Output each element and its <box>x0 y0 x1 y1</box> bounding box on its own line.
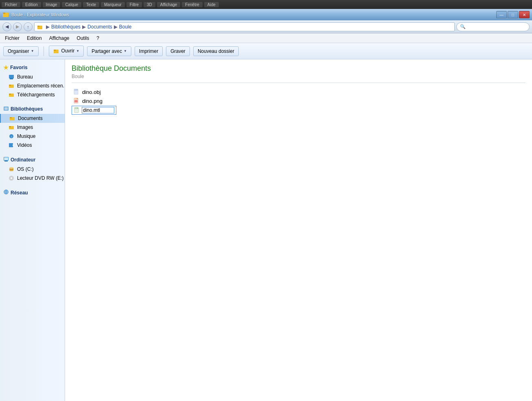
favoris-label: Favoris <box>10 65 28 70</box>
organiser-button[interactable]: Organiser ▼ <box>3 46 39 56</box>
file-item-dino-obj[interactable]: dino.obj <box>72 88 102 96</box>
breadcrumb: ▶ Bibliothèques ▶ Documents ▶ Boule <box>34 22 455 31</box>
reseau-label: Réseau <box>11 190 28 196</box>
png-file-icon <box>73 98 80 104</box>
sidebar-musique[interactable]: ♪ Musique <box>0 132 65 141</box>
back-button[interactable]: ◀ <box>2 22 11 31</box>
menu-affichage[interactable]: Affichage <box>46 35 73 42</box>
content-subtitle: Boule <box>72 74 525 83</box>
taskbar-app-filtre[interactable]: Filtre <box>126 2 142 7</box>
organiser-arrow: ▼ <box>31 49 34 53</box>
breadcrumb-sep-2: ▶ <box>82 24 86 30</box>
svg-rect-6 <box>9 75 14 78</box>
menu-aide[interactable]: ? <box>93 35 102 42</box>
svg-rect-17 <box>9 126 11 127</box>
graver-label: Graver <box>170 48 185 54</box>
svg-rect-38 <box>74 98 77 100</box>
partager-button[interactable]: Partager avec ▼ <box>87 46 131 56</box>
reseau-header[interactable]: Réseau <box>0 187 65 198</box>
musique-icon: ♪ <box>8 133 15 139</box>
taskbar-app-image[interactable]: Image <box>43 2 61 7</box>
window-controls: — □ ✕ <box>496 11 530 18</box>
ouvrir-label: Ouvrir <box>61 48 75 54</box>
svg-rect-15 <box>10 117 12 118</box>
taskbar-app-calque[interactable]: Calque <box>62 2 81 7</box>
svg-rect-42 <box>74 107 77 109</box>
file-item-dino-png[interactable]: dino.png <box>72 97 104 105</box>
partager-label: Partager avec <box>92 48 122 54</box>
taskbar-app-marqueur[interactable]: Marqueur <box>101 2 125 7</box>
ouvrir-arrow: ▼ <box>76 49 79 53</box>
svg-rect-11 <box>9 94 11 95</box>
images-icon <box>8 124 15 131</box>
sidebar-videos[interactable]: Vidéos <box>0 141 65 150</box>
svg-rect-24 <box>4 157 8 160</box>
reseau-section: Réseau <box>0 187 65 198</box>
up-button[interactable]: ↑ <box>24 22 33 31</box>
file-rename-input[interactable] <box>82 107 114 113</box>
minimize-button[interactable]: — <box>496 11 507 18</box>
graver-button[interactable]: Graver <box>166 46 190 56</box>
ordinateur-label: Ordinateur <box>11 157 35 163</box>
taskbar-app-texte[interactable]: Texte <box>83 2 99 7</box>
addressbar: ◀ ▶ ↑ ▶ Bibliothèques ▶ Documents ▶ Boul… <box>0 20 532 33</box>
lecteur-dvd-label: Lecteur DVD RW (E:) <box>17 175 63 181</box>
ordinateur-header[interactable]: Ordinateur <box>0 155 65 165</box>
svg-rect-23 <box>4 161 8 161</box>
forward-button[interactable]: ▶ <box>13 22 22 31</box>
file-item-dino-mtl[interactable] <box>72 106 116 115</box>
nouveau-dossier-button[interactable]: Nouveau dossier <box>193 46 239 56</box>
app-icon <box>2 11 9 18</box>
app-titlebar: Boule - Explorateur Windows — □ ✕ <box>0 9 532 20</box>
emplacements-icon <box>8 83 15 89</box>
breadcrumb-bibliotheques[interactable]: Bibliothèques <box>51 24 81 30</box>
bibliotheques-header[interactable]: Bibliothèques <box>0 104 65 114</box>
favoris-header[interactable]: ★ Favoris <box>0 63 65 72</box>
bureau-icon <box>8 74 15 80</box>
svg-point-27 <box>9 167 13 169</box>
svg-rect-35 <box>74 89 77 91</box>
taskbar-app-3d[interactable]: 3D <box>144 2 155 7</box>
maximize-button[interactable]: □ <box>508 11 518 18</box>
content-title: Bibliothèque Documents <box>72 64 525 73</box>
taskbar-app-aide[interactable]: Aide <box>204 2 219 7</box>
breadcrumb-documents[interactable]: Documents <box>87 24 112 30</box>
nouveau-dossier-label: Nouveau dossier <box>198 48 234 54</box>
taskbar-app-affichage[interactable]: Affichage <box>157 2 181 7</box>
sidebar-emplacements-recents[interactable]: Emplacements récen... <box>0 81 65 90</box>
svg-rect-9 <box>9 85 11 86</box>
sidebar-bureau[interactable]: Bureau <box>0 72 65 81</box>
file-name-dino-obj: dino.obj <box>82 89 101 95</box>
imprimer-button[interactable]: Imprimer <box>135 46 163 56</box>
reseau-icon <box>3 189 9 196</box>
organiser-label: Organiser <box>8 48 29 54</box>
sidebar-lecteur-dvd[interactable]: Lecteur DVD RW (E:) <box>0 174 65 183</box>
svg-rect-1 <box>3 13 5 14</box>
menu-fichier[interactable]: Fichier <box>2 35 23 42</box>
menu-outils[interactable]: Outils <box>74 35 93 42</box>
taskbar-app-edition[interactable]: Edition <box>22 2 41 7</box>
toolbar-sep-1 <box>44 46 44 56</box>
menu-edition[interactable]: Edition <box>24 35 45 42</box>
videos-label: Vidéos <box>17 142 32 148</box>
telechargements-label: Téléchargements <box>17 92 55 98</box>
taskbar-app-fenetre[interactable]: Fenêtre <box>182 2 202 7</box>
close-button[interactable]: ✕ <box>519 11 530 18</box>
bibliotheques-icon <box>3 106 9 112</box>
sidebar-images[interactable]: Images <box>0 123 65 132</box>
videos-icon <box>8 142 15 148</box>
sidebar-os-c[interactable]: OS (C:) <box>0 165 65 174</box>
file-list: dino.obj dino.png <box>72 88 525 115</box>
sidebar-telechargements[interactable]: Téléchargements <box>0 90 65 99</box>
search-bar[interactable]: 🔍 <box>456 22 530 31</box>
ouvrir-button[interactable]: Ouvrir ▼ <box>49 46 84 57</box>
sidebar-documents[interactable]: Documents <box>0 114 65 123</box>
top-taskbar: Fichier Edition Image Calque Texte Marqu… <box>0 0 532 9</box>
mtl-file-icon <box>74 107 80 113</box>
main-layout: ★ Favoris Bureau <box>0 59 532 401</box>
partager-arrow: ▼ <box>124 49 127 53</box>
taskbar-app-fichier[interactable]: Fichier <box>2 2 20 7</box>
breadcrumb-boule[interactable]: Boule <box>119 24 132 30</box>
emplacements-label: Emplacements récen... <box>17 83 65 89</box>
documents-label: Documents <box>18 116 43 121</box>
